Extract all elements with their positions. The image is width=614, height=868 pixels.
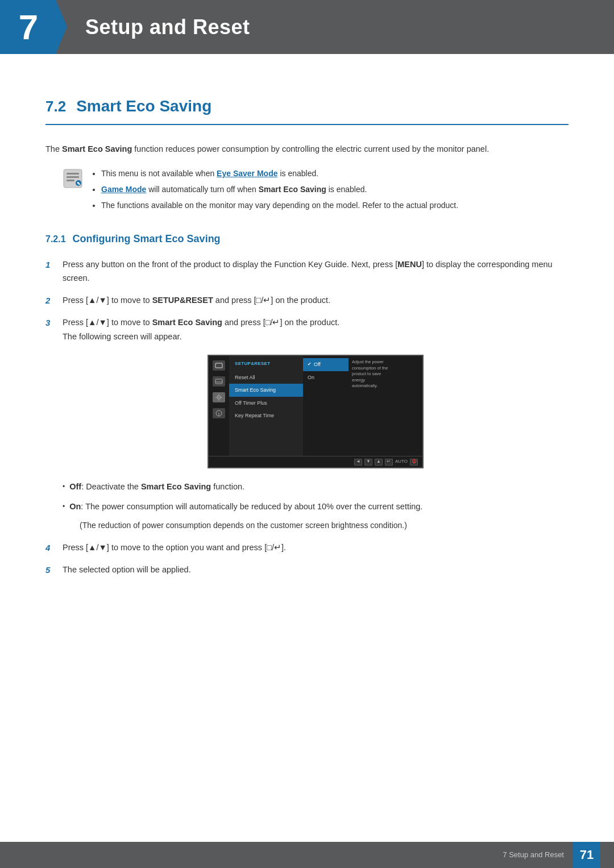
submenu-item-on: On: [303, 371, 349, 384]
bottom-icon-up: ▲: [375, 459, 383, 466]
smart-eco-saving-term: Smart Eco Saving: [62, 144, 132, 153]
note-item-2: Game Mode will automatically turn off wh…: [101, 183, 458, 197]
note-icon: ✎: [63, 168, 83, 189]
step-2: 2 Press [▲/▼] to move to SETUP&RESET and…: [45, 293, 569, 308]
bottom-icon-power: ⏻: [410, 459, 418, 466]
step-3: 3 Press [▲/▼] to move to Smart Eco Savin…: [45, 315, 569, 343]
menu-item-reset-all: Reset All: [229, 371, 303, 384]
svg-rect-7: [215, 379, 222, 384]
monitor-icon-info: i: [213, 408, 225, 418]
step-text-2: Press [▲/▼] to move to SETUP&RESET and p…: [63, 293, 330, 308]
monitor-help-col: Adjust the power consumption of the prod…: [349, 356, 394, 456]
smart-eco-saving-bold-ref: Smart Eco Saving: [141, 482, 211, 491]
steps-list-part1: 1 Press any button on the front of the p…: [45, 258, 569, 344]
steps-list-part2: 4 Press [▲/▼] to move to the option you …: [45, 541, 569, 577]
step-4: 4 Press [▲/▼] to move to the option you …: [45, 541, 569, 555]
menu-item-key-repeat: Key Repeat Time: [229, 409, 303, 422]
step-5: 5 The selected option will be applied.: [45, 563, 569, 577]
monitor-menu-col: SETUP&RESET Reset All Smart Eco Saving O…: [229, 356, 303, 456]
monitor-submenu-col: ✔ Off On: [303, 356, 349, 456]
bullet-section: • Off: Deactivate the Smart Eco Saving f…: [63, 480, 569, 533]
monitor-bottom-bar: ◄ ▼ ▲ ↵ AUTO ⏻: [209, 456, 422, 467]
subsection-title: Configuring Smart Eco Saving: [73, 231, 221, 247]
step-text-5: The selected option will be applied.: [63, 563, 191, 577]
notes-list: This menu is not available when Eye Save…: [91, 167, 458, 214]
chapter-number: 7: [19, 0, 38, 55]
section-title: Smart Eco Saving: [76, 94, 211, 119]
subsection-number: 7.2.1: [45, 232, 66, 247]
note-item-1: This menu is not available when Eye Save…: [101, 167, 458, 181]
monitor-icon-display: [213, 360, 225, 371]
eye-saver-mode-link: Eye Saver Mode: [217, 169, 277, 178]
monitor-body: i SETUP&RESET Reset All Smart Eco Saving…: [209, 356, 422, 456]
bullet-off-text: Off: Deactivate the Smart Eco Saving fun…: [69, 480, 244, 494]
intro-paragraph: The Smart Eco Saving function reduces po…: [45, 142, 569, 156]
on-label: On: [69, 502, 81, 511]
footer-page-number: 71: [573, 842, 600, 868]
indent-note: (The reduction of power consumption depe…: [80, 519, 569, 533]
svg-point-10: [218, 397, 219, 398]
bottom-auto-label: AUTO: [395, 458, 408, 466]
step-number-5: 5: [45, 563, 55, 577]
off-label: Off: [69, 482, 81, 491]
note-container: ✎ This menu is not available when Eye Sa…: [63, 167, 569, 214]
svg-rect-6: [215, 363, 222, 368]
section-heading: 7.2 Smart Eco Saving: [45, 94, 569, 125]
header-banner: 7 Setup and Reset: [0, 0, 614, 54]
bottom-icon-left: ◄: [354, 459, 362, 466]
step-number-4: 4: [45, 541, 55, 555]
menu-item-off-timer: Off Timer Plus: [229, 397, 303, 409]
svg-rect-2: [67, 176, 79, 178]
monitor-icon-setup: [213, 392, 225, 402]
step-1: 1 Press any button on the front of the p…: [45, 258, 569, 285]
footer: 7 Setup and Reset 71: [0, 842, 614, 868]
svg-text:✎: ✎: [77, 181, 81, 186]
menu-item-smart-eco: Smart Eco Saving: [229, 384, 303, 396]
bullet-on: • On: The power consumption will automat…: [63, 500, 569, 514]
section-number: 7.2: [45, 95, 66, 119]
svg-text:i: i: [218, 412, 219, 416]
bullet-dot-on: •: [63, 501, 65, 512]
note-item-3: The functions available on the monitor m…: [101, 199, 458, 213]
bottom-icon-down: ▼: [364, 459, 372, 466]
step-text-3: Press [▲/▼] to move to Smart Eco Saving …: [63, 315, 339, 343]
checkmark-icon: ✔: [308, 361, 312, 368]
main-content: 7.2 Smart Eco Saving The Smart Eco Savin…: [0, 54, 614, 630]
monitor-icons-col: i: [209, 356, 229, 456]
bottom-bar-icons: ◄ ▼ ▲ ↵ AUTO ⏻: [354, 458, 418, 466]
game-mode-link: Game Mode: [101, 185, 146, 194]
bottom-icon-enter: ↵: [385, 459, 393, 466]
monitor-screenshot-container: i SETUP&RESET Reset All Smart Eco Saving…: [63, 355, 569, 468]
footer-text: 7 Setup and Reset: [503, 849, 564, 861]
bullet-dot-off: •: [63, 481, 65, 492]
bullet-on-text: On: The power consumption will automatic…: [69, 500, 422, 514]
step-text-1: Press any button on the front of the pro…: [63, 258, 569, 285]
subsection-heading: 7.2.1 Configuring Smart Eco Saving: [45, 231, 569, 247]
submenu-item-off: ✔ Off: [303, 358, 349, 371]
menu-title: SETUP&RESET: [229, 358, 303, 371]
step-number-2: 2: [45, 293, 55, 308]
chapter-number-box: 7: [0, 0, 57, 54]
smart-eco-saving-ref: Smart Eco Saving: [259, 185, 326, 194]
monitor-screen: i SETUP&RESET Reset All Smart Eco Saving…: [208, 355, 424, 468]
step-number-1: 1: [45, 258, 55, 272]
step-number-3: 3: [45, 315, 55, 330]
monitor-icon-picture: [213, 376, 225, 387]
chapter-title: Setup and Reset: [57, 0, 250, 54]
step-text-4: Press [▲/▼] to move to the option you wa…: [63, 541, 286, 555]
svg-rect-3: [67, 180, 74, 181]
bullet-off: • Off: Deactivate the Smart Eco Saving f…: [63, 480, 569, 494]
svg-rect-1: [67, 173, 79, 175]
